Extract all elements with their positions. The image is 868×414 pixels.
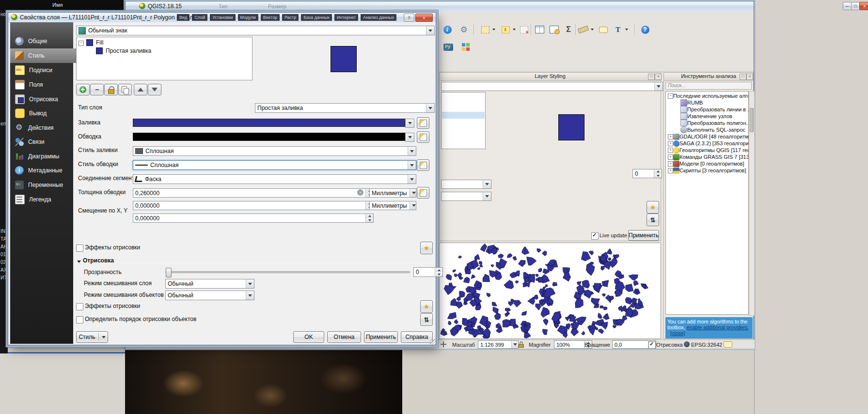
lock-icon[interactable] [518,341,525,348]
group-draw-effects-checkbox[interactable] [76,303,83,310]
remove-symbol-layer-button[interactable] [90,84,104,95]
statistics-button[interactable] [563,24,574,35]
spinner-buttons[interactable] [365,214,373,222]
scrollbar-thumb[interactable] [750,108,754,132]
minimize-button[interactable]: ─ [843,2,852,10]
tree-item-recent[interactable]: − Последние используемые алгор... [668,92,749,99]
stroke-style-combo[interactable]: Сплошная [133,160,416,170]
menu-item-layer[interactable]: Слой [192,14,207,21]
tree-item-provider-gdal[interactable]: + GDAL/OGR [48 геоалгоритмов] [668,133,749,140]
apply-button[interactable]: Применить [364,331,398,343]
feature-blending-combo[interactable]: Обычный [165,291,254,300]
styling-transparency-spinner[interactable]: 0 [632,169,662,178]
expand-icon[interactable]: + [668,141,673,146]
panel-close-button[interactable]: × [655,74,662,80]
python-console-button[interactable] [442,41,454,53]
rendering-group-collapse-icon[interactable] [77,261,81,263]
join-style-combo[interactable]: Фаска [133,174,416,184]
crs-label[interactable]: EPSG:32642 [691,342,722,348]
symbol-tree-root-label[interactable]: Fill [96,39,103,46]
slider-handle[interactable] [166,268,172,277]
styling-blend-combo-1[interactable] [441,180,491,189]
sidebar-item-metadata[interactable]: Метаданные [10,163,78,178]
chevron-down-icon[interactable] [625,29,628,31]
menu-item-web[interactable]: Интернет [334,14,358,21]
symbol-tree-child-label[interactable]: Простая заливка [106,47,151,54]
draw-effects-checkbox[interactable] [76,245,83,252]
panel-float-button[interactable]: □ [648,74,655,80]
duplicate-symbol-button[interactable] [118,84,132,95]
text-annotation-button[interactable] [612,24,624,35]
render-checkbox[interactable] [648,341,656,349]
help-dialog-button[interactable]: Справка [401,331,433,343]
ok-button[interactable]: OK [293,331,324,343]
tree-item-provider-grass[interactable]: + Команды GRASS GIS 7 [313 г... [668,153,749,160]
stroke-width-spinner[interactable]: 0,260000 [133,188,374,198]
offset-y-spinner[interactable]: 0,000000 [133,214,374,223]
measure-button[interactable] [577,24,589,35]
sidebar-item-joins[interactable]: Связи [10,135,78,149]
toolbox-tree[interactable]: − Последние используемые алгор... RUMB П… [665,91,749,315]
tree-item-algorithm[interactable]: Преобразовать полигон... [680,120,749,126]
move-up-button[interactable] [134,84,147,95]
stroke-style-override-button[interactable] [417,159,429,171]
dialog-close-button[interactable]: × [415,14,433,22]
style-menu-button[interactable]: Стиль [76,331,108,343]
symbol-tree-panel[interactable]: − Fill Простая заливка [76,37,253,80]
offset-x-spinner[interactable]: 0,000000 [133,201,374,210]
effects-customize-button[interactable] [420,242,433,254]
layer-type-combo[interactable]: Простая заливка [255,103,435,113]
message-log-icon[interactable] [724,341,732,348]
stroke-color-button[interactable] [133,133,405,141]
toolbox-search-input[interactable]: Поиск... [665,82,752,90]
stroke-color-override-button[interactable] [417,131,429,143]
tree-item-algorithm[interactable]: RUMB [680,99,703,106]
clear-icon[interactable] [357,189,363,196]
spinner-buttons[interactable] [435,268,442,276]
fill-color-dropdown[interactable] [405,119,414,128]
expand-icon[interactable]: + [668,134,673,139]
attribute-table-button[interactable] [534,24,545,35]
chevron-down-icon[interactable] [591,29,594,31]
close-link[interactable]: [close] [670,330,685,336]
stroke-width-units-combo[interactable]: Миллиметры [369,188,416,198]
rendering-group-title[interactable]: Отрисовка [83,257,114,264]
stroke-color-dropdown[interactable] [405,133,414,142]
identify-button[interactable] [442,24,453,35]
styling-effects-button[interactable] [647,201,659,214]
cancel-button[interactable]: Отмена [327,331,361,343]
feature-order-checkbox[interactable] [76,316,83,323]
toolbox-scrollbar[interactable] [749,91,755,316]
lock-symbol-button[interactable] [104,84,118,95]
collapse-icon[interactable]: − [668,93,673,99]
resize-grip[interactable] [430,339,436,345]
sidebar-item-display[interactable]: Вывод [10,106,78,121]
menu-item-vector[interactable]: Вектор [261,14,280,21]
sidebar-item-fields[interactable]: Поля [10,77,78,92]
sidebar-item-rendering[interactable]: Отрисовка [10,92,78,107]
sidebar-item-actions[interactable]: Действия [10,121,78,135]
menu-item-settings[interactable]: Установки [210,14,235,21]
tree-item-provider-qgis[interactable]: + Геоалгоритмы QGIS [117 гео... [668,147,749,153]
panel-close-button[interactable]: × [746,74,753,80]
fill-style-combo[interactable]: Сплошная [133,146,416,156]
tree-item-provider-saga[interactable]: + SAGA (2.3.2) [353 геоалгори... [668,140,749,147]
styling-symbol-list[interactable] [441,92,486,149]
move-down-button[interactable] [148,84,161,95]
select-expression-button[interactable] [500,24,511,35]
maximize-button[interactable]: □ [851,2,860,10]
chevron-down-icon[interactable] [492,29,495,31]
plugin-button[interactable] [460,41,472,53]
sidebar-item-general[interactable]: Общие [10,34,78,48]
scale-combo[interactable]: 1:126 399 [478,340,519,349]
panel-float-button[interactable]: □ [740,74,746,80]
menu-item-database[interactable]: База данных [301,14,332,21]
tree-item-provider-scripts[interactable]: + Скрипты [3 геоалгоритмов] [668,167,746,174]
menu-item-view[interactable]: Вид [177,14,189,21]
renderer-combo[interactable]: Обычный знак [76,26,435,35]
transparency-spinner[interactable]: 0 [413,267,443,277]
dialog-help-button[interactable]: ? [404,14,414,22]
sidebar-item-diagrams[interactable]: Диаграммы [10,149,78,164]
sidebar-item-labels[interactable]: Подписи [10,63,78,77]
live-update-checkbox[interactable] [591,232,599,240]
